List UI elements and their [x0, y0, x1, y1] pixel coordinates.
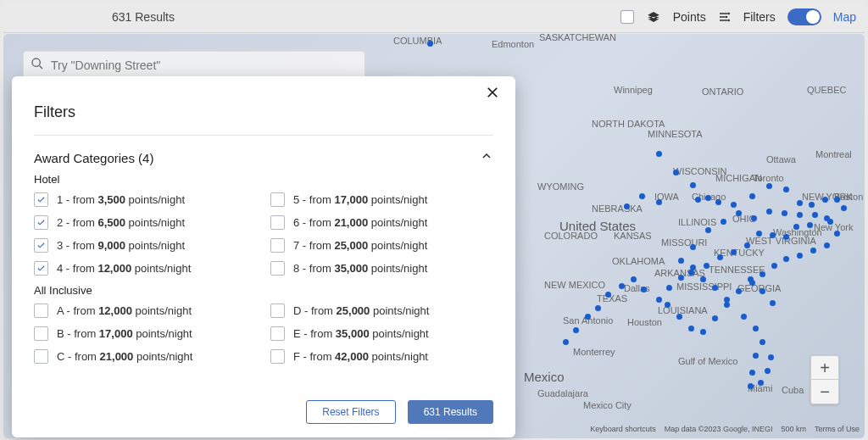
map-marker[interactable]	[676, 314, 682, 320]
map-marker[interactable]	[721, 219, 726, 225]
map-marker[interactable]	[810, 248, 816, 253]
checkbox-8[interactable]	[270, 261, 285, 276]
map-marker[interactable]	[827, 219, 833, 225]
search-box[interactable]	[23, 51, 365, 80]
map-marker[interactable]	[749, 193, 755, 199]
map-marker[interactable]	[760, 271, 765, 277]
map-marker[interactable]	[656, 151, 662, 157]
reset-filters-button[interactable]: Reset Filters	[306, 400, 395, 424]
map-marker[interactable]	[705, 195, 711, 201]
map-marker[interactable]	[797, 253, 803, 259]
map-marker[interactable]	[751, 215, 757, 221]
map-marker[interactable]	[793, 224, 799, 230]
map-marker[interactable]	[688, 326, 694, 331]
map-marker[interactable]	[768, 354, 774, 360]
filters-icon[interactable]	[718, 10, 732, 24]
map-marker[interactable]	[641, 287, 647, 292]
map-marker[interactable]	[753, 326, 759, 331]
map-marker[interactable]	[766, 183, 772, 189]
checkbox-A[interactable]	[34, 304, 48, 318]
checkbox-4[interactable]	[34, 261, 48, 276]
map-marker[interactable]	[673, 170, 679, 175]
map-marker[interactable]	[783, 234, 789, 240]
option-B[interactable]: B - from 17,000 points/night	[34, 326, 257, 341]
map-marker[interactable]	[809, 202, 815, 208]
zoom-in-button[interactable]: +	[811, 356, 838, 380]
map-marker[interactable]	[782, 210, 787, 216]
map-marker[interactable]	[760, 288, 765, 294]
search-input[interactable]	[49, 58, 358, 73]
map-marker[interactable]	[666, 285, 672, 291]
map-marker[interactable]	[834, 231, 840, 237]
option-F[interactable]: F - from 42,000 points/night	[270, 349, 493, 364]
map-marker[interactable]	[656, 199, 662, 205]
map-marker[interactable]	[712, 315, 718, 321]
close-icon[interactable]	[485, 85, 500, 103]
map-marker[interactable]	[797, 200, 803, 206]
map-marker[interactable]	[807, 222, 813, 228]
map-marker[interactable]	[631, 276, 637, 282]
option-D[interactable]: D - from 25,000 points/night	[270, 304, 493, 318]
map-marker[interactable]	[712, 285, 718, 291]
map-marker[interactable]	[690, 182, 696, 188]
checkbox-F[interactable]	[270, 349, 285, 364]
map-marker[interactable]	[783, 256, 789, 262]
map-marker[interactable]	[695, 197, 701, 203]
map-marker[interactable]	[639, 193, 645, 199]
map-marker[interactable]	[756, 231, 762, 237]
map-marker[interactable]	[744, 242, 750, 248]
map-marker[interactable]	[841, 205, 847, 211]
map-marker[interactable]	[563, 339, 569, 345]
map-marker[interactable]	[824, 242, 830, 248]
map-marker[interactable]	[731, 249, 737, 255]
map-marker[interactable]	[678, 275, 684, 281]
map-marker[interactable]	[736, 288, 742, 294]
map-marker[interactable]	[741, 314, 747, 320]
map-marker[interactable]	[766, 209, 772, 214]
map-marker[interactable]	[700, 276, 706, 282]
option-8[interactable]: 8 - from 35,000 points/night	[270, 261, 493, 276]
map-marker[interactable]	[749, 370, 755, 376]
option-4[interactable]: 4 - from 12,000 points/night	[34, 261, 257, 276]
checkbox-2[interactable]	[34, 215, 48, 230]
option-1[interactable]: 1 - from 3,500 points/night	[34, 192, 257, 207]
map-marker[interactable]	[748, 383, 754, 389]
checkbox-6[interactable]	[270, 215, 285, 230]
map-marker[interactable]	[771, 263, 777, 269]
checkbox-7[interactable]	[270, 238, 285, 253]
map-marker[interactable]	[758, 380, 764, 386]
map-marker[interactable]	[678, 258, 684, 264]
checkbox-C[interactable]	[34, 349, 48, 364]
kbd-shortcuts[interactable]: Keyboard shortcuts	[590, 425, 656, 433]
map-marker[interactable]	[760, 339, 765, 345]
map-marker[interactable]	[770, 232, 776, 238]
terms-link[interactable]: Terms of Use	[815, 425, 860, 433]
award-categories-header[interactable]: Award Categories (4)	[34, 149, 493, 166]
checkbox-E[interactable]	[270, 326, 285, 341]
map-marker[interactable]	[704, 263, 709, 269]
checkbox-B[interactable]	[34, 326, 48, 341]
map-marker[interactable]	[783, 187, 789, 192]
checkbox-3[interactable]	[34, 238, 48, 253]
checkbox-5[interactable]	[270, 192, 285, 207]
option-7[interactable]: 7 - from 25,000 points/night	[270, 238, 493, 253]
map-marker[interactable]	[656, 297, 662, 303]
map-marker[interactable]	[812, 212, 818, 218]
map-marker[interactable]	[717, 254, 723, 260]
option-3[interactable]: 3 - from 9,000 points/night	[34, 238, 257, 253]
map-marker[interactable]	[595, 305, 601, 311]
zoom-out-button[interactable]: −	[811, 380, 838, 404]
map-marker[interactable]	[822, 197, 828, 203]
map-marker[interactable]	[690, 244, 696, 250]
map-marker[interactable]	[688, 270, 694, 276]
map-marker[interactable]	[619, 283, 625, 289]
map-marker[interactable]	[797, 212, 803, 218]
map-marker[interactable]	[724, 302, 730, 308]
map-marker[interactable]	[731, 202, 737, 208]
map-marker[interactable]	[700, 329, 706, 335]
option-A[interactable]: A - from 12,000 points/night	[34, 304, 257, 318]
map-marker[interactable]	[573, 327, 579, 333]
map-marker[interactable]	[748, 276, 754, 282]
map-marker[interactable]	[765, 368, 771, 374]
points-checkbox[interactable]	[620, 10, 634, 24]
